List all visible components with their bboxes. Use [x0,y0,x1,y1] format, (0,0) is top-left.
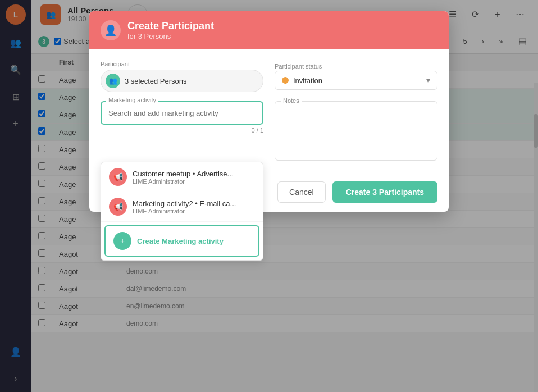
dropdown-item-title-1: Marketing activity2 • E-mail ca... [133,199,236,208]
participant-label: Participant [101,61,263,67]
marketing-input-wrapper: Marketing activity [101,101,263,125]
bottom-row: Marketing activity 0 / 1 📢 Customer meet… [101,101,437,161]
modal-header: 👤 Create Participant for 3 Persons [89,11,449,49]
marketing-dropdown: 📢 Customer meetup • Advertise... LIME Ad… [101,162,263,261]
status-dot [282,77,289,84]
dropdown-item-text-0: Customer meetup • Advertise... LIME Admi… [133,170,233,185]
create-icon: + [113,232,131,250]
notes-textarea[interactable] [275,102,437,158]
modal-body: Participant 👥 3 selected Persons Partici… [89,49,449,172]
dropdown-item-text-1: Marketing activity2 • E-mail ca... LIME … [133,199,236,215]
dropdown-item-icon-0: 📢 [109,168,127,186]
dropdown-item-title-0: Customer meetup • Advertise... [133,170,233,178]
modal-title: Create Participant [127,20,214,32]
dropdown-item-create[interactable]: + Create Marketing activity [104,225,259,257]
cancel-button[interactable]: Cancel [277,181,326,203]
dropdown-item-sub-1: LIME Administrator [133,208,236,215]
notes-label: Notes [281,97,302,104]
chevron-down-icon: ▾ [426,76,430,85]
chip-icon: 👥 [106,74,120,88]
marketing-counter: 0 / 1 [101,127,263,134]
modal-header-text: Create Participant for 3 Persons [127,20,214,40]
notes-field: Notes [275,101,437,161]
marketing-label: Marketing activity [106,97,158,103]
create-participant-modal: 👤 Create Participant for 3 Persons Parti… [89,11,449,212]
marketing-field: Marketing activity 0 / 1 📢 Customer meet… [101,101,263,161]
participant-chip-text: 3 selected Persons [125,77,187,85]
status-label: Participant status [275,63,322,70]
notes-textarea-wrapper: Notes [275,101,437,161]
status-select[interactable]: Invitation ▾ [275,71,437,90]
participant-chip[interactable]: 👥 3 selected Persons [101,70,263,92]
dropdown-item-0[interactable]: 📢 Customer meetup • Advertise... LIME Ad… [101,162,263,192]
status-field: Participant status Invitation ▾ [275,61,437,92]
participant-field: Participant 👥 3 selected Persons [101,61,263,92]
create-participants-button[interactable]: Create 3 Participants [332,181,437,203]
modal-header-icon: 👤 [101,20,121,40]
dropdown-item-icon-1: 📢 [109,198,127,216]
create-label: Create Marketing activity [137,237,224,245]
marketing-search-input[interactable] [108,109,256,117]
create-text: Create Marketing activity [137,237,224,245]
dropdown-item-sub-0: LIME Administrator [133,178,233,185]
modal-subtitle: for 3 Persons [127,32,214,40]
participant-row: Participant 👥 3 selected Persons Partici… [101,61,437,92]
status-text: Invitation [293,76,422,85]
dropdown-item-1[interactable]: 📢 Marketing activity2 • E-mail ca... LIM… [101,192,263,222]
modal-overlay: 👤 Create Participant for 3 Persons Parti… [0,0,538,392]
